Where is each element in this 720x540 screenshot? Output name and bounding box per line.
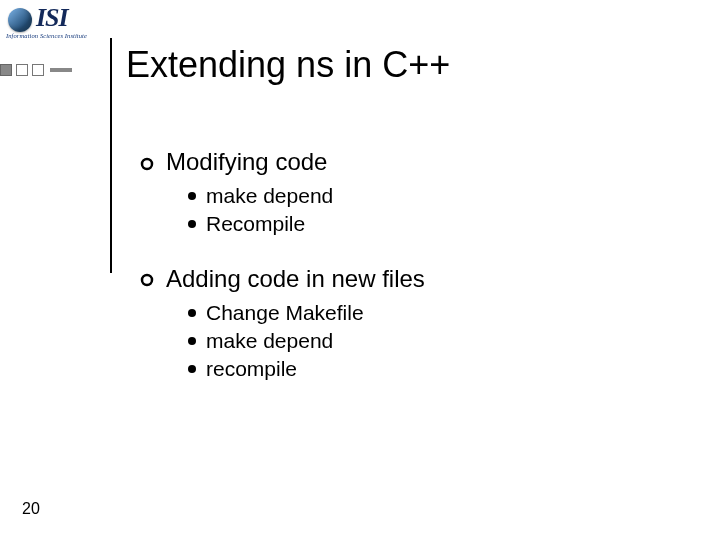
bullet-text: make depend <box>206 184 333 207</box>
dot-bullet-icon <box>188 220 196 228</box>
logo-text: ISI <box>36 3 68 33</box>
dot-bullet-icon <box>188 309 196 317</box>
section-heading-text: Adding code in new files <box>166 265 425 292</box>
bullet-text: Change Makefile <box>206 301 364 324</box>
isi-logo: ISI Information Sciences Institute <box>6 6 98 39</box>
logo-globe-icon <box>6 6 34 34</box>
bullet-text: make depend <box>206 329 333 352</box>
svg-point-1 <box>142 275 152 285</box>
section-heading: Adding code in new files <box>140 265 425 293</box>
bullet-item: make depend <box>188 182 425 210</box>
svg-point-0 <box>142 159 152 169</box>
slide-title: Extending ns in C++ <box>126 44 450 86</box>
bullet-text: Recompile <box>206 212 305 235</box>
dot-bullet-icon <box>188 192 196 200</box>
page-number: 20 <box>22 500 40 518</box>
decorative-squares <box>0 64 72 76</box>
bullet-item: Recompile <box>188 210 425 238</box>
slide-body: Modifying code make depend Recompile Add… <box>140 148 425 384</box>
vertical-rule <box>110 38 112 273</box>
ring-bullet-icon <box>140 273 154 287</box>
bullet-text: recompile <box>206 357 297 380</box>
dot-bullet-icon <box>188 337 196 345</box>
bullet-item: make depend <box>188 327 425 355</box>
section-heading-text: Modifying code <box>166 148 327 175</box>
dot-bullet-icon <box>188 365 196 373</box>
bullet-item: recompile <box>188 355 425 383</box>
bullet-item: Change Makefile <box>188 299 425 327</box>
ring-bullet-icon <box>140 157 154 171</box>
section-heading: Modifying code <box>140 148 425 176</box>
